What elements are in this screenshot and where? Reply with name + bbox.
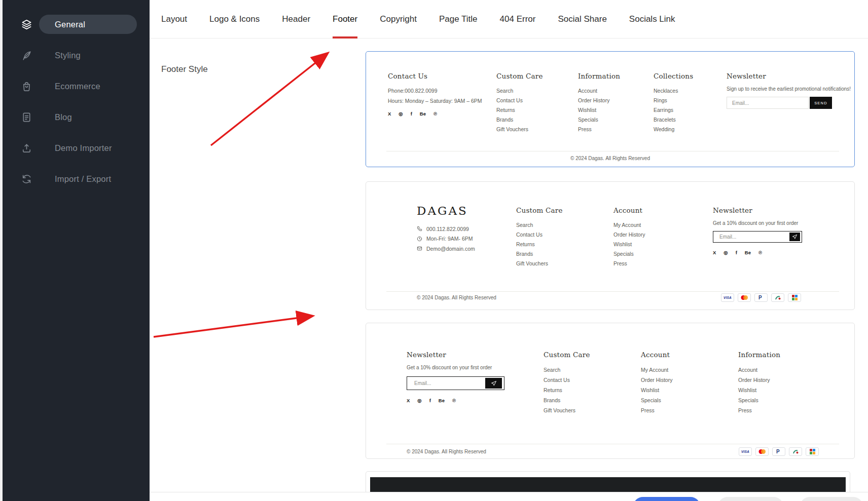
- svg-text:P: P: [776, 449, 780, 454]
- tab-404-error[interactable]: 404 Error: [500, 0, 536, 38]
- visa-icon: VISA: [739, 447, 752, 456]
- payment-generic-icon-2: [788, 293, 801, 302]
- pinterest-icon: ℗: [452, 398, 456, 403]
- sidebar-item-label: Styling: [55, 51, 81, 60]
- sync-icon: [21, 173, 34, 185]
- footer-link: Specials: [738, 395, 780, 405]
- preview-custom-care-column: Custom Care Search Contact Us Returns Br…: [544, 351, 590, 415]
- send-plane-button: [789, 233, 800, 241]
- x-icon: X: [713, 250, 716, 255]
- tab-socials-link[interactable]: Socials Link: [629, 0, 675, 38]
- tab-social-share[interactable]: Social Share: [558, 0, 606, 38]
- x-icon: X: [388, 111, 391, 117]
- preview-custom-care-column: Custom Care Search Contact Us Returns Br…: [496, 72, 543, 134]
- payment-generic-icon-1: [771, 293, 784, 302]
- footer-link: Wishlist: [613, 240, 645, 249]
- footer-style-option-3[interactable]: Newsletter Get a 10% discount on your fi…: [366, 323, 855, 459]
- column-heading: Newsletter: [407, 351, 504, 359]
- action-bar: [150, 492, 868, 501]
- x-icon: X: [407, 398, 410, 403]
- secondary-action-button[interactable]: [718, 497, 783, 501]
- preview-information-column: Information Account Order History Wishli…: [738, 351, 780, 415]
- footer-link: Specials: [578, 115, 620, 125]
- sidebar-item-styling[interactable]: Styling: [3, 46, 150, 65]
- divider: [386, 291, 839, 292]
- instagram-icon: ◎: [417, 398, 421, 403]
- facebook-icon: f: [429, 398, 431, 403]
- sidebar: General Styling Ecommerce Blog: [3, 0, 150, 501]
- footer-link: Account: [738, 365, 780, 375]
- instagram-icon: ◎: [399, 111, 403, 117]
- tab-page-title[interactable]: Page Title: [439, 0, 478, 38]
- newsletter-description: Get a 10% discount on your first order: [713, 220, 802, 226]
- payment-icons-row: VISA P: [739, 447, 819, 456]
- paypal-icon: P: [754, 293, 768, 302]
- preview-custom-care-column: Custom Care Search Contact Us Returns Br…: [516, 206, 563, 268]
- sidebar-item-blog[interactable]: Blog: [3, 107, 150, 127]
- document-icon: [21, 111, 34, 123]
- footer-link: Earrings: [654, 105, 693, 115]
- footer-style-option-2[interactable]: DAGAS 000.112.822.0099 Mon-Fri: 9AM- 6PM…: [366, 181, 855, 310]
- sidebar-item-general[interactable]: General: [3, 15, 150, 34]
- footer-link: Returns: [496, 105, 543, 115]
- tab-header[interactable]: Header: [282, 0, 310, 38]
- footer-link: Press: [578, 125, 620, 134]
- sidebar-item-demo-importer[interactable]: Demo Importer: [3, 138, 150, 158]
- preview-information-column: Information Account Order History Wishli…: [578, 72, 620, 134]
- tab-footer[interactable]: Footer: [333, 0, 357, 38]
- paper-plane-icon: [792, 234, 798, 240]
- newsletter-input-box: [407, 376, 504, 390]
- payment-icons-row: VISA P: [721, 293, 801, 302]
- footer-link: Order History: [613, 230, 645, 240]
- send-plane-button: [485, 378, 502, 389]
- column-heading: Collections: [654, 72, 693, 80]
- footer-link: Wishlist: [578, 105, 620, 115]
- sidebar-item-label: Import / Export: [55, 174, 111, 184]
- layers-icon: [21, 18, 34, 30]
- paper-plane-icon: [491, 380, 497, 387]
- settings-tabbar: Layout Logo & Icons Header Footer Copyri…: [150, 0, 868, 38]
- column-heading: Custom Care: [516, 206, 563, 214]
- behance-icon: Be: [439, 398, 445, 403]
- footer-link: Wishlist: [641, 385, 672, 395]
- column-heading: Newsletter: [727, 72, 851, 80]
- facebook-icon: f: [411, 111, 412, 117]
- footer-link: Brands: [544, 395, 590, 405]
- column-heading: Information: [738, 351, 780, 359]
- contact-row-phone: 000.112.822.0099: [417, 224, 475, 234]
- tab-copyright[interactable]: Copyright: [380, 0, 417, 38]
- shopping-bag-icon: [21, 80, 34, 92]
- footer-link: Press: [613, 259, 645, 268]
- column-heading: Custom Care: [544, 351, 590, 359]
- sidebar-item-ecommerce[interactable]: Ecommerce: [3, 76, 150, 96]
- footer-style-option-1[interactable]: Contact Us Phone:000.822.0099 Hours: Mon…: [366, 51, 855, 167]
- sidebar-item-label: General: [39, 15, 137, 34]
- contact-row-hours: Mon-Fri: 9AM- 6PM: [417, 234, 475, 244]
- pinterest-icon: ℗: [758, 250, 762, 255]
- footer-link: Contact Us: [496, 96, 543, 105]
- tab-layout[interactable]: Layout: [161, 0, 187, 38]
- phone-icon: [417, 226, 422, 232]
- tab-logo-icons[interactable]: Logo & Icons: [209, 0, 260, 38]
- contact-hours-text: Mon-Fri: 9AM- 6PM: [426, 236, 473, 242]
- copyright-text: © 2024 Dagas. All Rights Reserved: [407, 449, 486, 454]
- mail-icon: [417, 246, 422, 251]
- brand-logo: DAGAS: [417, 204, 475, 217]
- footer-link: Gift Vouchers: [496, 125, 543, 134]
- instagram-icon: ◎: [724, 250, 728, 255]
- preview-brand-column: DAGAS 000.112.822.0099 Mon-Fri: 9AM- 6PM…: [417, 204, 475, 254]
- contact-email-text: Demo@domain.com: [426, 246, 475, 252]
- sidebar-item-label: Demo Importer: [55, 143, 112, 153]
- primary-action-button[interactable]: [633, 497, 700, 501]
- social-icons-row: X ◎ f Be ℗: [713, 250, 802, 255]
- preview-newsletter-column: Newsletter Sign up to receive the earlie…: [727, 72, 851, 109]
- footer-link: Order History: [578, 96, 620, 105]
- footer-link: Bracelets: [654, 115, 693, 125]
- sidebar-item-import-export[interactable]: Import / Export: [3, 169, 150, 188]
- newsletter-description: Get a 10% discount on your first order: [407, 365, 504, 370]
- mastercard-icon: [738, 293, 751, 302]
- footer-link: Specials: [613, 249, 645, 259]
- contact-row-email: Demo@domain.com: [417, 244, 475, 254]
- tertiary-action-button[interactable]: [800, 497, 863, 501]
- copyright-text: © 2024 Dagas. All Rights Reserved: [417, 295, 496, 300]
